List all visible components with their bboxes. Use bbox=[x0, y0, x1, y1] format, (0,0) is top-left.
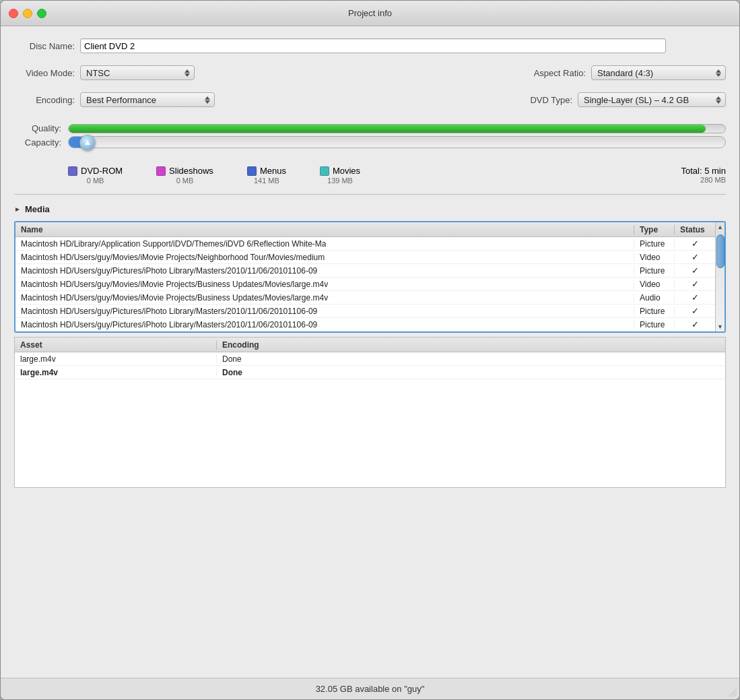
media-collapse-icon[interactable] bbox=[14, 206, 21, 213]
row-status: ✓ bbox=[675, 306, 715, 316]
disc-name-label: Disc Name: bbox=[14, 41, 75, 51]
quality-label: Quality: bbox=[14, 123, 61, 133]
asset-row[interactable]: large.m4v Done bbox=[15, 352, 725, 366]
media-section: Media Name Type Status Macintosh HD/Libr… bbox=[14, 204, 726, 666]
row-status: ✓ bbox=[675, 292, 715, 303]
status-bar: 32.05 GB available on "guy" bbox=[1, 678, 739, 699]
encoding-select[interactable]: Best Performance High Quality Profession… bbox=[80, 92, 215, 107]
movies-size: 139 MB bbox=[327, 177, 353, 185]
row-name: Macintosh HD/Users/guy/Pictures/iPhoto L… bbox=[15, 307, 634, 316]
row-name: Macintosh HD/Users/guy/Pictures/iPhoto L… bbox=[15, 266, 634, 276]
aspect-ratio-col: Aspect Ratio: Standard (4:3) Widescreen … bbox=[518, 65, 726, 80]
capacity-row: Capacity: bbox=[14, 136, 726, 148]
row-type: Picture bbox=[634, 307, 675, 316]
quality-section: Quality: Capacity: bbox=[14, 123, 726, 151]
row-status: ✓ bbox=[675, 279, 715, 289]
encoding-label: Encoding: bbox=[14, 95, 75, 105]
capacity-thumb[interactable] bbox=[79, 135, 96, 151]
legend-items: DVD-ROM 0 MB Slideshows 0 MB Menus bbox=[68, 166, 681, 185]
asset-table-header: Asset Encoding bbox=[15, 338, 725, 352]
capacity-track[interactable] bbox=[68, 136, 726, 148]
svg-line-3 bbox=[734, 694, 737, 697]
svg-line-2 bbox=[731, 691, 737, 697]
scroll-up-button[interactable]: ▲ bbox=[716, 222, 725, 232]
movies-label: Movies bbox=[333, 166, 360, 176]
asset-encoding: Done bbox=[217, 354, 725, 364]
aspect-ratio-label: Aspect Ratio: bbox=[518, 68, 586, 78]
video-mode-select[interactable]: NTSC PAL bbox=[80, 65, 195, 80]
aspect-ratio-select-wrapper: Standard (4:3) Widescreen (16:9) bbox=[591, 65, 726, 80]
encoding-col: Encoding: Best Performance High Quality … bbox=[14, 92, 518, 107]
row-status: ✓ bbox=[675, 252, 715, 262]
row-name: Macintosh HD/Users/guy/Movies/iMovie Pro… bbox=[15, 280, 634, 289]
menus-size: 141 MB bbox=[254, 177, 279, 185]
media-table-main: Name Type Status Macintosh HD/Library/Ap… bbox=[15, 222, 715, 331]
menus-color-swatch bbox=[247, 166, 257, 176]
col-encoding-header: Encoding bbox=[217, 340, 725, 350]
media-table-body[interactable]: Macintosh HD/Library/Application Support… bbox=[15, 237, 715, 331]
col-status-header: Status bbox=[675, 225, 715, 234]
row-type: Picture bbox=[634, 320, 675, 329]
table-row[interactable]: Macintosh HD/Users/guy/Movies/iMovie Pro… bbox=[15, 278, 715, 291]
asset-encoding: Done bbox=[217, 368, 725, 377]
table-row[interactable]: Macintosh HD/Users/guy/Pictures/iPhoto L… bbox=[15, 318, 715, 331]
slideshows-size: 0 MB bbox=[176, 177, 194, 185]
table-row[interactable]: Macintosh HD/Users/guy/Movies/iMovie Pro… bbox=[15, 291, 715, 305]
slideshows-label: Slideshows bbox=[169, 166, 213, 176]
row-type: Audio bbox=[634, 293, 675, 303]
row-type: Picture bbox=[634, 239, 675, 249]
col-type-header: Type bbox=[634, 225, 675, 234]
media-table-scrollbar[interactable]: ▲ ▼ bbox=[715, 222, 725, 331]
dvd-type-select[interactable]: Single-Layer (SL) – 4.2 GB Double-Layer … bbox=[578, 92, 726, 107]
total-size: 280 MB bbox=[681, 176, 726, 184]
scroll-down-button[interactable]: ▼ bbox=[716, 322, 725, 331]
table-row[interactable]: Macintosh HD/Library/Application Support… bbox=[15, 237, 715, 251]
quality-bar-fill bbox=[69, 125, 706, 133]
legend-total: Total: 5 min 280 MB bbox=[681, 166, 726, 184]
row-status: ✓ bbox=[675, 319, 715, 329]
asset-table: Asset Encoding large.m4v Done large.m4v … bbox=[14, 337, 726, 488]
table-row[interactable]: Macintosh HD/Users/guy/Pictures/iPhoto L… bbox=[15, 305, 715, 318]
resize-handle-icon[interactable] bbox=[729, 689, 737, 697]
aspect-ratio-select[interactable]: Standard (4:3) Widescreen (16:9) bbox=[591, 65, 726, 80]
asset-name: large.m4v bbox=[15, 368, 217, 377]
row-status: ✓ bbox=[675, 265, 715, 276]
legend-menus: Menus 141 MB bbox=[247, 166, 286, 185]
main-content: Disc Name: Video Mode: NTSC PAL bbox=[1, 26, 739, 678]
capacity-label: Capacity: bbox=[14, 137, 61, 148]
table-row[interactable]: Macintosh HD/Users/guy/Pictures/iPhoto L… bbox=[15, 264, 715, 278]
asset-row[interactable]: large.m4v Done bbox=[15, 366, 725, 379]
legend-movies: Movies 139 MB bbox=[320, 166, 360, 185]
disc-name-row: Disc Name: bbox=[14, 38, 726, 53]
asset-name: large.m4v bbox=[15, 354, 217, 364]
dvd-type-col: DVD Type: Single-Layer (SL) – 4.2 GB Dou… bbox=[518, 92, 726, 107]
legend-slideshows: Slideshows 0 MB bbox=[156, 166, 213, 185]
encoding-dvdtype-row: Encoding: Best Performance High Quality … bbox=[14, 92, 726, 107]
row-type: Video bbox=[634, 280, 675, 289]
window-controls bbox=[9, 9, 46, 18]
row-name: Macintosh HD/Users/guy/Pictures/iPhoto L… bbox=[15, 320, 634, 329]
legend-section: DVD-ROM 0 MB Slideshows 0 MB Menus bbox=[68, 166, 726, 185]
scrollbar-thumb[interactable] bbox=[716, 234, 725, 268]
movies-color-swatch bbox=[320, 166, 329, 176]
minimize-button[interactable] bbox=[23, 9, 32, 18]
close-button[interactable] bbox=[9, 9, 18, 18]
disc-name-input[interactable] bbox=[80, 38, 666, 53]
video-mode-select-wrapper: NTSC PAL bbox=[80, 65, 195, 80]
status-text: 32.05 GB available on "guy" bbox=[316, 684, 425, 694]
maximize-button[interactable] bbox=[37, 9, 46, 18]
encoding-select-wrapper: Best Performance High Quality Profession… bbox=[80, 92, 215, 107]
quality-bar-track bbox=[68, 124, 726, 133]
dvd-type-label: DVD Type: bbox=[518, 95, 572, 105]
dvdrom-size: 0 MB bbox=[87, 177, 104, 185]
row-type: Video bbox=[634, 253, 675, 262]
window: Project info Disc Name: Video Mode: NTSC… bbox=[0, 0, 740, 700]
row-name: Macintosh HD/Users/guy/Movies/iMovie Pro… bbox=[15, 293, 634, 303]
media-table-header: Name Type Status bbox=[15, 222, 715, 237]
table-row[interactable]: Macintosh HD/Users/guy/Movies/iMovie Pro… bbox=[15, 251, 715, 264]
asset-table-body[interactable]: large.m4v Done large.m4v Done bbox=[15, 352, 725, 487]
quality-row: Quality: bbox=[14, 123, 726, 133]
window-title: Project info bbox=[348, 8, 392, 18]
row-status: ✓ bbox=[675, 238, 715, 249]
dvd-type-select-wrapper: Single-Layer (SL) – 4.2 GB Double-Layer … bbox=[578, 92, 726, 107]
